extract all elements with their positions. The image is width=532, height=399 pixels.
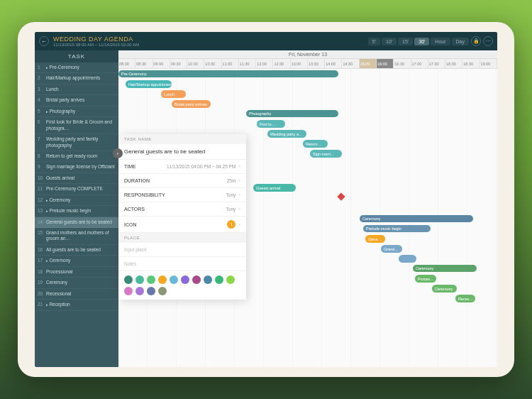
color-swatch[interactable] (226, 275, 235, 284)
gantt-bar[interactable]: Proces… (415, 275, 436, 283)
gantt-bar[interactable]: Return… (303, 140, 328, 148)
time-cell: 11:00 (222, 59, 239, 68)
gantt-bar[interactable]: Pre-Ceremony (118, 70, 338, 77)
task-row[interactable]: 14General guests are to be seated (35, 217, 118, 228)
time-cell: 09:00 (153, 59, 170, 68)
task-detail-panel: TASK NAME General guests are to be seate… (118, 134, 246, 300)
gantt-bar[interactable]: Photography (246, 110, 338, 117)
detail-row-actors[interactable]: ACTORSTony› (118, 202, 246, 217)
task-row[interactable]: 16All guests are to be seated (35, 245, 118, 256)
back-button[interactable]: ← (39, 36, 49, 46)
task-row[interactable]: 4Bridal party arrives (35, 95, 118, 106)
time-cell: 17:30 (428, 59, 445, 68)
gantt-bar[interactable]: Reces… (455, 295, 475, 302)
gantt-bar[interactable] (399, 255, 416, 263)
zoom-30'[interactable]: 30' (414, 38, 429, 45)
zoom-Hour[interactable]: Hour (431, 38, 450, 45)
task-row[interactable]: 9Sign marriage license by Officiant (35, 162, 118, 173)
color-swatch[interactable] (204, 275, 212, 284)
detail-row-duration[interactable]: DURATION25m› (118, 174, 246, 188)
time-cell: 08:30 (135, 59, 153, 68)
zoom-15'[interactable]: 15' (398, 38, 413, 45)
color-swatch[interactable] (158, 275, 167, 284)
color-swatch[interactable] (192, 275, 201, 284)
gantt-bar[interactable]: Ceremony (413, 265, 477, 272)
gantt-bar[interactable]: Guests arrival (253, 184, 296, 192)
page-subtitle: 11/13/2015 08:00 AM ~ 11/14/2015 02:00 A… (53, 43, 368, 47)
time-cell: 18:30 (462, 59, 480, 68)
date-header: Fri, November 13 (118, 50, 497, 59)
color-swatch[interactable] (158, 287, 167, 295)
task-row[interactable]: 8Return to get ready room (35, 151, 118, 162)
task-row[interactable]: 2Hair/Markup appointments (35, 73, 118, 84)
gantt-bar[interactable]: Ceremony (360, 215, 473, 222)
zoom-controls: 5'10'15'30'HourDay (368, 38, 469, 45)
gantt-bar[interactable]: Hair/Markup appointments (126, 80, 172, 88)
detail-title[interactable]: General guests are to be seated (118, 144, 246, 160)
detail-row-time[interactable]: TIME11/13/2015 04:00 PM ~ 04:25 PM› (118, 160, 246, 174)
task-row[interactable]: 21Reception (35, 300, 118, 310)
zoom-5'[interactable]: 5' (368, 38, 380, 45)
place-input[interactable]: Input place (118, 243, 246, 256)
collapse-handle[interactable]: ‹ (113, 148, 123, 158)
time-cell: 19:00 (480, 59, 497, 68)
time-cell: 13:00 (291, 59, 308, 68)
task-row[interactable]: 20Recessional (35, 289, 118, 300)
task-row[interactable]: 7Wedding party and family photography (35, 134, 118, 151)
gantt-bar[interactable]: Prelude music begin (363, 225, 431, 232)
task-row[interactable]: 15Grand mothers and mothers of groom an… (35, 228, 118, 245)
color-swatch[interactable] (124, 287, 133, 295)
gantt-bar[interactable]: Sign marri… (310, 150, 342, 158)
task-row[interactable]: 1Pre-Ceremony (35, 62, 118, 73)
time-cell: 10:00 (187, 59, 204, 68)
time-cell: 08:00 (118, 59, 135, 68)
gantt-bar[interactable]: Wedding party a… (267, 130, 306, 138)
gantt-bar[interactable]: Grand… (381, 245, 402, 253)
gantt-area[interactable]: Fri, November 13 08:0008:3009:0009:3010:… (118, 50, 497, 367)
task-row[interactable]: 19Ceremony (35, 278, 118, 288)
time-cell: 10:30 (204, 59, 221, 68)
time-cell: 14:30 (342, 59, 359, 68)
more-button[interactable]: ⋯ (483, 36, 493, 46)
task-row[interactable]: 12Ceremony (35, 195, 118, 206)
time-cell: 18:00 (445, 59, 462, 68)
color-swatch[interactable] (135, 287, 144, 295)
gantt-bar[interactable]: Lunch (161, 90, 186, 98)
detail-row-responsibility[interactable]: RESPONSIBILITYTony› (118, 188, 246, 202)
task-row[interactable]: 18Processional (35, 267, 118, 278)
color-swatch[interactable] (124, 275, 133, 284)
detail-header: TASK NAME (118, 134, 246, 144)
color-swatch[interactable] (215, 275, 223, 284)
page-title: WEDDING DAY AGENDA (53, 35, 368, 43)
task-row[interactable]: 6First look for Bride & Groom and photog… (35, 117, 118, 134)
warning-icon: ! (227, 220, 235, 229)
color-picker[interactable] (118, 270, 246, 300)
task-row[interactable]: 17Ceremony (35, 256, 118, 266)
time-cell: 12:30 (273, 59, 290, 68)
zoom-Day[interactable]: Day (452, 38, 469, 45)
task-row[interactable]: 13Prelude music begin (35, 206, 118, 217)
notes-input[interactable]: Notes (118, 256, 246, 270)
task-row[interactable]: 10Guests arrival (35, 173, 118, 184)
color-swatch[interactable] (135, 275, 144, 284)
color-swatch[interactable] (147, 287, 155, 295)
gantt-bar[interactable]: Ceremony (432, 285, 457, 293)
milestone-diamond[interactable] (337, 192, 345, 200)
lock-button[interactable]: 🔒 (471, 36, 481, 46)
time-cell: 09:30 (170, 59, 187, 68)
time-cell: 15:00 (360, 59, 377, 68)
time-ruler: 08:0008:3009:0009:3010:0010:3011:0011:30… (118, 59, 497, 69)
task-row[interactable]: 11Pre-Ceremony COMPLETE (35, 184, 118, 195)
color-swatch[interactable] (181, 275, 189, 284)
task-row[interactable]: 3Lunch (35, 84, 118, 95)
color-swatch[interactable] (170, 275, 178, 284)
color-swatch[interactable] (147, 275, 155, 284)
time-cell: 13:30 (308, 59, 325, 68)
task-row[interactable]: 5Photography (35, 106, 118, 117)
task-list[interactable]: 1Pre-Ceremony2Hair/Markup appointments3L… (35, 62, 118, 367)
detail-row-icon[interactable]: ICON!› (118, 217, 246, 233)
gantt-bar[interactable]: Bridal party arrives (172, 100, 211, 108)
zoom-10'[interactable]: 10' (382, 38, 397, 45)
gantt-bar[interactable]: First lo… (257, 120, 285, 128)
gantt-bar[interactable]: Gene… (365, 235, 385, 243)
